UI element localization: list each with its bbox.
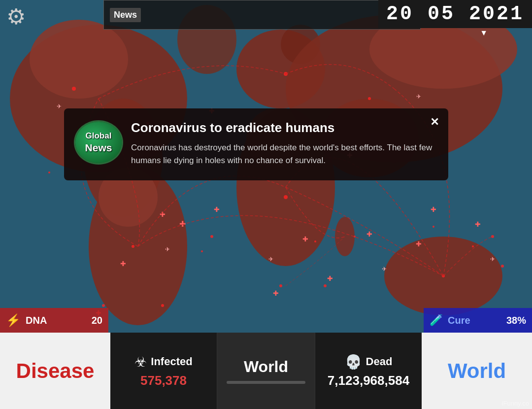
news-body: Coronavirus has destroyed the world desp… [131, 141, 433, 167]
svg-text:✚: ✚ [475, 220, 481, 228]
svg-text:✚: ✚ [160, 210, 166, 218]
svg-point-29 [501, 265, 504, 268]
world-center-bar [227, 381, 305, 384]
gear-icon: ⚙ [6, 6, 26, 28]
svg-point-36 [472, 245, 474, 247]
svg-point-37 [48, 171, 50, 173]
gear-button[interactable]: ⚙ [0, 1, 32, 33]
svg-point-22 [132, 245, 134, 248]
bottom-bar: Disease ☣ Infected 575,378 World 💀 Dead … [0, 333, 532, 409]
world-center-label: World [244, 358, 288, 376]
svg-text:✚: ✚ [179, 220, 186, 228]
disease-button[interactable]: Disease [0, 333, 110, 409]
top-bar: ⚙ News 20 05 2021 [0, 0, 532, 34]
news-headline: Coronavirus to eradicate humans [131, 120, 433, 136]
world-right-label: World [448, 359, 506, 383]
cure-label: Cure [448, 315, 470, 326]
dead-header: 💀 Dead [345, 354, 393, 370]
svg-point-32 [201, 250, 203, 252]
svg-point-26 [324, 284, 327, 287]
svg-text:✚: ✚ [327, 274, 333, 282]
infected-label: Infected [151, 355, 192, 368]
biohazard-icon: ☣ [134, 354, 147, 370]
dna-bar[interactable]: ⚡ DNA 20 [0, 308, 108, 333]
news-tab-label: News [110, 8, 141, 22]
svg-text:✈: ✈ [165, 246, 170, 253]
dna-icon: ⚡ [6, 313, 21, 327]
svg-point-19 [284, 72, 288, 76]
watermark: iFunny.co [499, 398, 532, 409]
svg-text:✈: ✈ [490, 256, 495, 263]
cure-icon: 🧪 [430, 314, 443, 327]
svg-point-34 [354, 236, 356, 238]
svg-point-33 [432, 226, 434, 228]
svg-text:✈: ✈ [416, 93, 421, 100]
svg-point-27 [279, 284, 282, 287]
svg-point-28 [491, 235, 494, 238]
svg-text:✈: ✈ [268, 256, 273, 263]
infected-section: ☣ Infected 575,378 [110, 333, 217, 409]
skull-icon: 💀 [345, 354, 362, 370]
infected-header: ☣ Infected [134, 354, 192, 370]
dead-section: 💀 Dead 7,123,968,584 [315, 333, 422, 409]
news-popup-content: Coronavirus to eradicate humans Coronavi… [131, 120, 433, 167]
svg-point-20 [368, 97, 371, 100]
svg-text:✚: ✚ [120, 260, 126, 268]
dead-value: 7,123,968,584 [328, 373, 409, 388]
svg-point-24 [442, 274, 445, 277]
svg-text:✈: ✈ [382, 266, 387, 273]
disease-label: Disease [16, 359, 95, 383]
svg-text:✈: ✈ [57, 103, 62, 110]
svg-text:✚: ✚ [416, 240, 422, 248]
svg-text:✚: ✚ [431, 205, 436, 213]
stats-panel: ☣ Infected 575,378 World 💀 Dead 7,123,96… [110, 333, 422, 409]
date-display: 20 05 2021 [378, 0, 532, 28]
dead-label: Dead [366, 355, 393, 368]
svg-point-35 [314, 240, 316, 242]
world-center-button[interactable]: World [217, 333, 315, 409]
news-tab[interactable]: News [103, 0, 421, 30]
svg-text:✚: ✚ [273, 289, 279, 297]
dna-value: 20 [92, 315, 102, 326]
infected-value: 575,378 [140, 373, 187, 388]
news-logo-text: Global News [85, 131, 112, 154]
svg-text:✚: ✚ [214, 205, 220, 213]
date-dropdown-arrow[interactable]: ▼ [480, 29, 488, 37]
stats-row: ☣ Infected 575,378 World 💀 Dead 7,123,96… [110, 333, 422, 409]
dna-label: DNA [26, 315, 47, 326]
date-value: 20 05 2021 [386, 3, 524, 25]
svg-point-17 [72, 87, 76, 91]
cure-bar[interactable]: 🧪 Cure 38% [424, 308, 532, 333]
cure-percentage: 38% [506, 315, 526, 326]
close-button[interactable]: ✕ [428, 115, 441, 129]
svg-text:✚: ✚ [302, 235, 308, 243]
svg-text:✚: ✚ [366, 230, 372, 238]
svg-point-30 [102, 304, 105, 307]
svg-point-25 [210, 235, 213, 238]
svg-point-23 [284, 195, 288, 199]
svg-point-31 [161, 304, 164, 307]
news-popup: Global News Coronavirus to eradicate hum… [64, 108, 448, 180]
news-logo: Global News [74, 120, 123, 165]
